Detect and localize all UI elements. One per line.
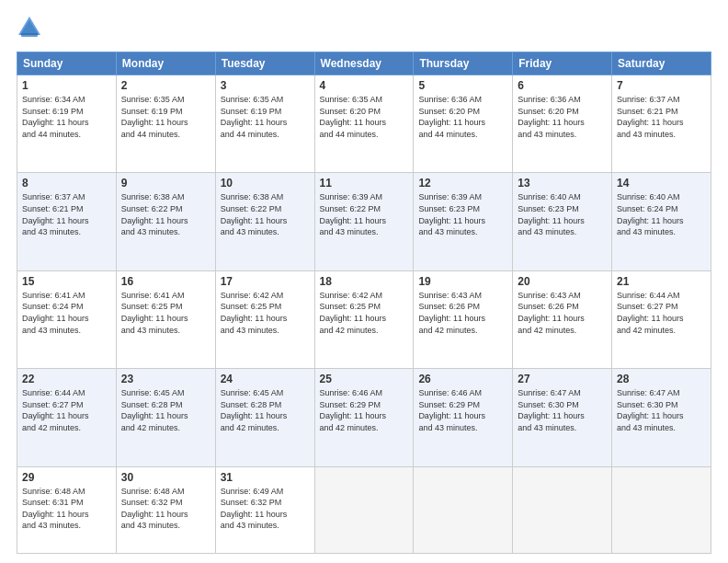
day-info: Sunrise: 6:36 AM Sunset: 6:20 PM Dayligh… bbox=[518, 94, 607, 140]
day-info: Sunrise: 6:44 AM Sunset: 6:27 PM Dayligh… bbox=[617, 290, 706, 336]
calendar-cell: 10Sunrise: 6:38 AM Sunset: 6:22 PM Dayli… bbox=[215, 173, 314, 270]
calendar-cell: 25Sunrise: 6:46 AM Sunset: 6:29 PM Dayli… bbox=[314, 369, 414, 466]
calendar-cell: 29Sunrise: 6:48 AM Sunset: 6:31 PM Dayli… bbox=[17, 466, 117, 553]
calendar-cell bbox=[314, 466, 414, 553]
week-row-3: 15Sunrise: 6:41 AM Sunset: 6:24 PM Dayli… bbox=[17, 270, 711, 368]
day-info: Sunrise: 6:43 AM Sunset: 6:26 PM Dayligh… bbox=[518, 290, 607, 336]
day-number: 28 bbox=[617, 373, 706, 385]
day-info: Sunrise: 6:34 AM Sunset: 6:19 PM Dayligh… bbox=[22, 94, 111, 140]
day-info: Sunrise: 6:47 AM Sunset: 6:30 PM Dayligh… bbox=[617, 387, 706, 433]
calendar-cell: 14Sunrise: 6:40 AM Sunset: 6:24 PM Dayli… bbox=[612, 173, 711, 270]
calendar-cell bbox=[414, 466, 513, 553]
day-number: 29 bbox=[22, 471, 111, 484]
day-info: Sunrise: 6:40 AM Sunset: 6:24 PM Dayligh… bbox=[617, 191, 706, 237]
day-number: 27 bbox=[518, 373, 607, 385]
calendar-body: 1Sunrise: 6:34 AM Sunset: 6:19 PM Daylig… bbox=[17, 75, 711, 554]
calendar-cell: 1Sunrise: 6:34 AM Sunset: 6:19 PM Daylig… bbox=[17, 75, 117, 173]
day-number: 1 bbox=[22, 79, 111, 92]
day-info: Sunrise: 6:41 AM Sunset: 6:25 PM Dayligh… bbox=[121, 290, 210, 336]
day-number: 18 bbox=[320, 275, 409, 288]
calendar-cell: 3Sunrise: 6:35 AM Sunset: 6:19 PM Daylig… bbox=[215, 75, 314, 173]
week-row-1: 1Sunrise: 6:34 AM Sunset: 6:19 PM Daylig… bbox=[17, 75, 711, 173]
day-number: 22 bbox=[22, 373, 111, 385]
day-number: 13 bbox=[518, 177, 607, 190]
day-header-friday: Friday bbox=[513, 52, 612, 75]
header bbox=[17, 17, 711, 42]
week-row-5: 29Sunrise: 6:48 AM Sunset: 6:31 PM Dayli… bbox=[17, 466, 711, 553]
days-header-row: SundayMondayTuesdayWednesdayThursdayFrid… bbox=[17, 52, 711, 75]
day-info: Sunrise: 6:41 AM Sunset: 6:24 PM Dayligh… bbox=[22, 290, 111, 336]
day-number: 19 bbox=[418, 275, 507, 288]
day-number: 3 bbox=[221, 79, 310, 92]
day-info: Sunrise: 6:48 AM Sunset: 6:31 PM Dayligh… bbox=[22, 486, 111, 532]
day-info: Sunrise: 6:45 AM Sunset: 6:28 PM Dayligh… bbox=[121, 387, 210, 433]
day-number: 16 bbox=[121, 275, 210, 288]
day-number: 11 bbox=[320, 177, 409, 190]
day-number: 25 bbox=[320, 373, 409, 385]
day-number: 7 bbox=[617, 79, 706, 92]
day-number: 6 bbox=[518, 79, 607, 92]
day-info: Sunrise: 6:40 AM Sunset: 6:23 PM Dayligh… bbox=[518, 191, 607, 237]
day-number: 21 bbox=[617, 275, 706, 288]
calendar-cell bbox=[513, 466, 612, 553]
day-header-saturday: Saturday bbox=[612, 52, 711, 75]
calendar-header: SundayMondayTuesdayWednesdayThursdayFrid… bbox=[17, 52, 711, 75]
calendar-cell: 2Sunrise: 6:35 AM Sunset: 6:19 PM Daylig… bbox=[116, 75, 215, 173]
day-number: 8 bbox=[22, 177, 111, 190]
day-number: 31 bbox=[221, 471, 310, 484]
week-row-2: 8Sunrise: 6:37 AM Sunset: 6:21 PM Daylig… bbox=[17, 173, 711, 270]
day-info: Sunrise: 6:46 AM Sunset: 6:29 PM Dayligh… bbox=[418, 387, 507, 433]
calendar-cell: 18Sunrise: 6:42 AM Sunset: 6:25 PM Dayli… bbox=[314, 270, 414, 368]
page: SundayMondayTuesdayWednesdayThursdayFrid… bbox=[0, 0, 728, 563]
week-row-4: 22Sunrise: 6:44 AM Sunset: 6:27 PM Dayli… bbox=[17, 369, 711, 466]
day-info: Sunrise: 6:37 AM Sunset: 6:21 PM Dayligh… bbox=[617, 94, 706, 140]
day-info: Sunrise: 6:35 AM Sunset: 6:19 PM Dayligh… bbox=[221, 94, 310, 140]
calendar-cell: 15Sunrise: 6:41 AM Sunset: 6:24 PM Dayli… bbox=[17, 270, 117, 368]
calendar-cell: 8Sunrise: 6:37 AM Sunset: 6:21 PM Daylig… bbox=[17, 173, 117, 270]
calendar-cell bbox=[612, 466, 711, 553]
day-header-monday: Monday bbox=[116, 52, 215, 75]
day-info: Sunrise: 6:45 AM Sunset: 6:28 PM Dayligh… bbox=[221, 387, 310, 433]
day-number: 5 bbox=[418, 79, 507, 92]
day-info: Sunrise: 6:36 AM Sunset: 6:20 PM Dayligh… bbox=[418, 94, 507, 140]
calendar-cell: 16Sunrise: 6:41 AM Sunset: 6:25 PM Dayli… bbox=[116, 270, 215, 368]
calendar-cell: 27Sunrise: 6:47 AM Sunset: 6:30 PM Dayli… bbox=[513, 369, 612, 466]
calendar-cell: 17Sunrise: 6:42 AM Sunset: 6:25 PM Dayli… bbox=[215, 270, 314, 368]
day-info: Sunrise: 6:47 AM Sunset: 6:30 PM Dayligh… bbox=[518, 387, 607, 433]
day-info: Sunrise: 6:37 AM Sunset: 6:21 PM Dayligh… bbox=[22, 191, 111, 237]
day-number: 30 bbox=[121, 471, 210, 484]
day-header-thursday: Thursday bbox=[414, 52, 513, 75]
calendar-cell: 5Sunrise: 6:36 AM Sunset: 6:20 PM Daylig… bbox=[414, 75, 513, 173]
day-info: Sunrise: 6:46 AM Sunset: 6:29 PM Dayligh… bbox=[320, 387, 409, 433]
day-info: Sunrise: 6:49 AM Sunset: 6:32 PM Dayligh… bbox=[221, 486, 310, 532]
day-info: Sunrise: 6:39 AM Sunset: 6:22 PM Dayligh… bbox=[320, 191, 409, 237]
calendar-cell: 31Sunrise: 6:49 AM Sunset: 6:32 PM Dayli… bbox=[215, 466, 314, 553]
day-number: 20 bbox=[518, 275, 607, 288]
day-info: Sunrise: 6:35 AM Sunset: 6:19 PM Dayligh… bbox=[121, 94, 210, 140]
day-header-wednesday: Wednesday bbox=[314, 52, 414, 75]
day-info: Sunrise: 6:38 AM Sunset: 6:22 PM Dayligh… bbox=[121, 191, 210, 237]
calendar-cell: 23Sunrise: 6:45 AM Sunset: 6:28 PM Dayli… bbox=[116, 369, 215, 466]
day-number: 24 bbox=[221, 373, 310, 385]
day-number: 9 bbox=[121, 177, 210, 190]
day-info: Sunrise: 6:42 AM Sunset: 6:25 PM Dayligh… bbox=[221, 290, 310, 336]
day-number: 23 bbox=[121, 373, 210, 385]
calendar-cell: 9Sunrise: 6:38 AM Sunset: 6:22 PM Daylig… bbox=[116, 173, 215, 270]
calendar-cell: 26Sunrise: 6:46 AM Sunset: 6:29 PM Dayli… bbox=[414, 369, 513, 466]
day-number: 26 bbox=[418, 373, 507, 385]
day-info: Sunrise: 6:38 AM Sunset: 6:22 PM Dayligh… bbox=[221, 191, 310, 237]
day-number: 2 bbox=[121, 79, 210, 92]
svg-rect-2 bbox=[21, 33, 38, 37]
calendar-cell: 6Sunrise: 6:36 AM Sunset: 6:20 PM Daylig… bbox=[513, 75, 612, 173]
calendar-cell: 19Sunrise: 6:43 AM Sunset: 6:26 PM Dayli… bbox=[414, 270, 513, 368]
logo bbox=[17, 17, 46, 42]
calendar-cell: 11Sunrise: 6:39 AM Sunset: 6:22 PM Dayli… bbox=[314, 173, 414, 270]
calendar-cell: 21Sunrise: 6:44 AM Sunset: 6:27 PM Dayli… bbox=[612, 270, 711, 368]
day-number: 15 bbox=[22, 275, 111, 288]
calendar-cell: 12Sunrise: 6:39 AM Sunset: 6:23 PM Dayli… bbox=[414, 173, 513, 270]
day-info: Sunrise: 6:42 AM Sunset: 6:25 PM Dayligh… bbox=[320, 290, 409, 336]
calendar-cell: 28Sunrise: 6:47 AM Sunset: 6:30 PM Dayli… bbox=[612, 369, 711, 466]
day-number: 14 bbox=[617, 177, 706, 190]
day-header-sunday: Sunday bbox=[17, 52, 117, 75]
day-info: Sunrise: 6:39 AM Sunset: 6:23 PM Dayligh… bbox=[418, 191, 507, 237]
